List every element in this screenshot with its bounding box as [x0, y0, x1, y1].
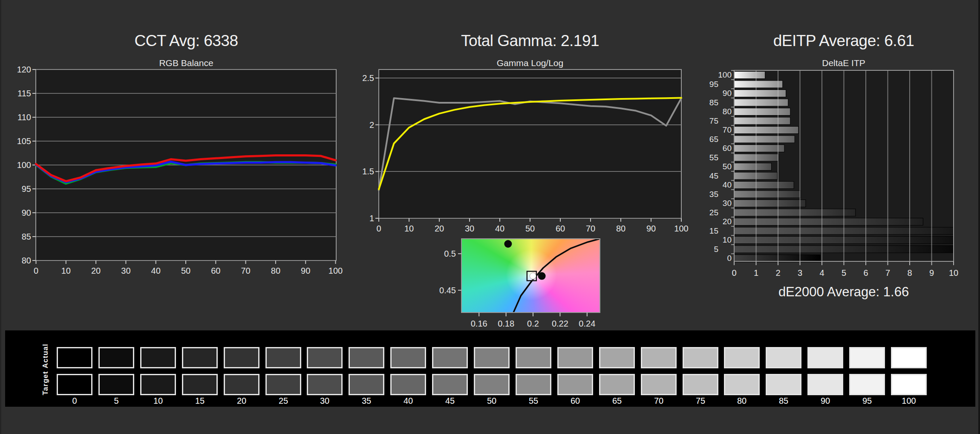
target-swatch-10 [140, 374, 176, 395]
swatch-level-label: 55 [516, 396, 551, 406]
target-swatch-5 [98, 374, 134, 395]
target-swatch-75 [683, 374, 718, 395]
x-tick-label: 40 [151, 266, 161, 275]
target-swatch-20 [224, 374, 259, 395]
y-tick-label: 105 [17, 136, 31, 146]
x-tick-label: 7 [885, 268, 890, 278]
y-tick-label: 2 [369, 120, 374, 130]
deitp-bar-100 [735, 72, 765, 79]
y-tick-label: 85 [22, 232, 31, 241]
x-tick-label: 70 [586, 224, 595, 233]
x-tick-label: 40 [495, 224, 504, 233]
target-swatch-40 [390, 374, 426, 395]
x-tick-label: 90 [301, 266, 310, 275]
deitp-bar-0 [735, 255, 821, 262]
deitp-bar-75 [735, 117, 790, 124]
x-tick-label: 9 [929, 268, 934, 278]
deitp-bar-5 [735, 246, 954, 253]
cie-x-tick-label: 0.24 [579, 319, 595, 328]
target-swatch-50 [474, 374, 510, 395]
y-tick-label: 90 [22, 208, 31, 217]
actual-swatch-70 [641, 347, 677, 368]
deitp-category-label: 100 [718, 70, 732, 79]
x-tick-label: 50 [525, 224, 535, 233]
gamma-loglog-series-reference [379, 98, 681, 190]
actual-swatch-45 [432, 347, 468, 368]
x-tick-label: 80 [616, 224, 625, 233]
actual-swatch-95 [849, 347, 885, 368]
x-tick-label: 20 [435, 224, 444, 233]
swatch-level-label: 40 [390, 396, 426, 406]
swatch-level-label: 100 [891, 396, 927, 406]
strip-row-label-actual: Actual [41, 347, 52, 368]
calibration-report: CCT Avg: 6338 RGB Balance Total Gamma: 2… [0, 0, 980, 434]
total-gamma-title: Total Gamma: 2.191 [402, 32, 658, 50]
cie-y-tick-label: 0.45 [439, 286, 456, 295]
rgb-balance-series-green [36, 162, 336, 183]
swatch-level-label: 70 [641, 396, 677, 406]
deitp-category-label: 30 [723, 199, 732, 208]
actual-swatch-0 [57, 347, 92, 368]
deitp-bar-70 [735, 127, 798, 134]
rgb-balance-plot-area [36, 69, 336, 260]
actual-swatch-90 [807, 347, 843, 368]
target-swatch-70 [641, 374, 677, 395]
deitp-category-label: 35 [709, 190, 718, 199]
target-swatch-45 [432, 374, 468, 395]
target-swatch-100 [891, 374, 927, 395]
cie-x-tick-label: 0.18 [498, 319, 514, 328]
deitp-category-label: 65 [709, 135, 718, 144]
swatch-level-label: 60 [557, 396, 593, 406]
x-tick-label: 6 [863, 268, 868, 278]
swatch-level-label: 65 [599, 396, 635, 406]
x-tick-label: 50 [181, 266, 190, 275]
y-tick-label: 1 [369, 214, 374, 223]
deitp-average-title: dEITP Average: 6.61 [716, 32, 971, 50]
y-tick-label: 115 [17, 89, 31, 98]
deitp-bar-65 [735, 136, 795, 143]
x-tick-label: 60 [556, 224, 565, 233]
target-swatch-60 [557, 374, 593, 395]
swatch-level-label: 50 [474, 396, 510, 406]
actual-swatch-80 [724, 347, 760, 368]
deitp-plot-border [734, 70, 954, 261]
cie-x-tick-label: 0.16 [471, 319, 487, 328]
actual-swatch-5 [98, 347, 134, 368]
deitp-bar-80 [735, 108, 790, 116]
actual-swatch-85 [766, 347, 801, 368]
swatch-level-label: 30 [307, 396, 343, 406]
actual-swatch-15 [182, 347, 218, 368]
x-tick-label: 80 [271, 266, 280, 275]
deitp-category-label: 50 [723, 162, 732, 171]
actual-swatch-35 [349, 347, 384, 368]
deitp-category-label: 10 [723, 235, 732, 244]
target-swatch-30 [307, 374, 343, 395]
deitp-category-label: 95 [709, 80, 718, 89]
swatch-level-label: 0 [57, 396, 92, 406]
swatch-level-label: 85 [766, 396, 801, 406]
target-swatch-0 [57, 374, 92, 395]
x-tick-label: 4 [819, 268, 824, 278]
deitp-bar-50 [735, 163, 772, 171]
cct-average-title: CCT Avg: 6338 [58, 32, 314, 50]
y-tick-label: 110 [17, 113, 31, 122]
deitp-bar-15 [735, 227, 954, 234]
deitp-plot-area [734, 70, 954, 261]
x-tick-label: 70 [241, 266, 250, 275]
rgb-balance-series-blue [36, 162, 336, 182]
actual-swatch-20 [224, 347, 259, 368]
de2000-average-label: dE2000 Average: 1.66 [716, 284, 971, 300]
x-tick-label: 30 [121, 266, 130, 275]
target-swatch-90 [807, 374, 843, 395]
deitp-bar-85 [735, 99, 788, 106]
swatch-level-label: 15 [182, 396, 218, 406]
swatch-level-label: 20 [224, 396, 259, 406]
x-tick-label: 100 [674, 224, 688, 233]
target-swatch-25 [265, 374, 301, 395]
x-tick-label: 8 [907, 268, 912, 278]
actual-swatch-25 [265, 347, 301, 368]
target-swatch-80 [724, 374, 760, 395]
x-tick-label: 1 [754, 268, 758, 278]
deitp-bar-95 [735, 81, 783, 88]
y-tick-label: 100 [17, 160, 31, 170]
